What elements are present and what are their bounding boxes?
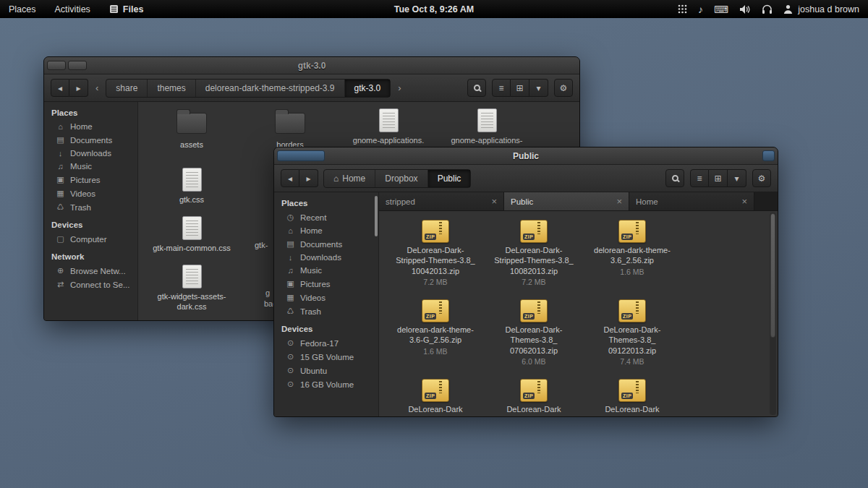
tab-close-icon[interactable]: × — [612, 196, 622, 207]
file-item[interactable]: gtk-main-common.css — [150, 213, 234, 253]
sidebar: Places ◷ Recent ⌂ Home — [274, 192, 379, 416]
file-item[interactable]: delorean-dark-theme- 3.6-G_2.56.zip 1.6 … — [386, 295, 485, 374]
forward-button[interactable]: ▸ — [299, 169, 318, 187]
sidebar-item-label: Pictures — [70, 176, 101, 184]
file-item[interactable]: gtk-widgets-assets- dark.css — [150, 261, 234, 312]
sidebar-item[interactable]: ▣ Pictures — [274, 277, 378, 291]
breadcrumb-item[interactable]: share — [106, 80, 148, 97]
file-item[interactable]: DeLorean-Dark- Themes-3.8_ 07062013.zip … — [485, 295, 583, 374]
sidebar-item[interactable]: ⊙ 16 GB Volume — [274, 377, 378, 391]
list-view-button[interactable]: ≡ — [690, 169, 709, 187]
file-item[interactable]: DeLorean-Dark — [583, 374, 681, 416]
sidebar-item-icon: ▦ — [286, 293, 295, 302]
sidebar-item[interactable]: ▤ Documents — [44, 133, 137, 147]
sidebar-item[interactable]: ▤ Documents — [274, 237, 378, 251]
breadcrumb-scroll-left[interactable]: ‹ — [93, 82, 101, 93]
breadcrumb-item[interactable]: gtk-3.0 — [345, 80, 391, 97]
view-options-button[interactable]: ▾ — [728, 169, 746, 187]
sidebar-item[interactable]: ▢ Computer — [44, 232, 137, 246]
file-item[interactable]: DeLorean-Dark- Themes-3.8_ 09122013.zip … — [583, 295, 681, 374]
sidebar-item-icon: ⌂ — [56, 122, 65, 131]
sidebar-item[interactable]: ⊙ Fedora-17 — [274, 336, 378, 350]
file-item[interactable]: gnome-applications- — [445, 105, 529, 145]
list-view-button[interactable]: ≡ — [492, 79, 511, 97]
search-button[interactable] — [665, 169, 684, 187]
sidebar-item[interactable]: ♫ Music — [274, 264, 378, 277]
back-button[interactable]: ◂ — [281, 169, 299, 187]
zip-file-icon — [618, 299, 646, 322]
breadcrumb-item[interactable]: delorean-dark-theme-stripped-3.9 — [196, 80, 345, 97]
view-options-button[interactable]: ▾ — [529, 79, 548, 97]
window-button[interactable] — [762, 150, 775, 161]
sidebar-item[interactable]: ⊙ 15 GB Volume — [274, 350, 378, 364]
file-name: gnome-applications. — [346, 135, 430, 145]
chevron-down-icon: ▾ — [536, 83, 540, 93]
sidebar-item[interactable]: ◷ Recent — [274, 210, 378, 224]
file-view[interactable]: DeLorean-Dark- Stripped-Themes-3.8_ 1004… — [379, 211, 778, 416]
sidebar-item[interactable]: ↓ Downloads — [274, 251, 378, 264]
sidebar-item[interactable]: ⊙ Ubuntu — [274, 364, 378, 377]
file-item[interactable]: gtk.css — [150, 164, 234, 205]
keyboard-icon[interactable]: ⌨ — [714, 4, 728, 14]
sidebar-item[interactable]: ♫ Music — [44, 160, 137, 173]
tab-close-icon[interactable]: × — [737, 196, 747, 207]
breadcrumb-item[interactable]: ⌂ Home — [324, 170, 375, 187]
volume-icon[interactable] — [739, 4, 751, 14]
sidebar-item[interactable]: ⇄ Connect to Se... — [44, 278, 137, 291]
search-button[interactable] — [467, 79, 486, 97]
sound-menu-icon[interactable]: ♪ — [698, 4, 703, 14]
file-item[interactable]: delorean-dark-theme- 3.6_2.56.zip 1.6 MB — [583, 215, 681, 295]
tab-close-icon[interactable]: × — [487, 196, 497, 207]
file-item[interactable]: DeLorean-Dark- Stripped-Themes-3.8_ 1008… — [485, 215, 583, 295]
sidebar-item-label: Music — [70, 162, 92, 171]
places-menu[interactable]: Places — [9, 4, 36, 14]
chevron-down-icon: ▾ — [734, 174, 739, 184]
file-name: DeLorean-Dark- Stripped-Themes-3.8_ 1008… — [485, 245, 583, 276]
scrollbar-thumb[interactable] — [770, 213, 775, 338]
settings-button[interactable]: ⚙ — [752, 169, 771, 187]
forward-button[interactable]: ▸ — [69, 79, 88, 97]
file-item[interactable]: DeLorean-Dark- Stripped-Themes-3.8_ 1004… — [386, 215, 485, 295]
tab-label: Home — [636, 197, 737, 206]
breadcrumb-item[interactable]: Dropbox — [375, 170, 427, 187]
file-item[interactable]: borders — [248, 105, 332, 150]
sidebar-item-icon: ♺ — [286, 307, 295, 316]
file-item[interactable]: assets — [150, 105, 234, 150]
grid-view-button[interactable]: ⊞ — [511, 79, 529, 97]
sidebar-item[interactable]: ↓ Downloads — [44, 147, 137, 160]
scrollbar[interactable] — [770, 213, 776, 415]
breadcrumb-item[interactable]: Public — [428, 170, 471, 187]
tab[interactable]: stripped × — [379, 192, 504, 210]
back-button[interactable]: ◂ — [51, 79, 69, 97]
file-name: DeLorean-Dark- Themes-3.8_ 09122013.zip — [583, 325, 681, 356]
file-item[interactable]: DeLorean-Dark — [386, 374, 485, 416]
tab[interactable]: Home × — [629, 192, 754, 210]
sidebar-item[interactable]: ▦ Videos — [44, 187, 137, 200]
titlebar[interactable]: Public — [274, 147, 778, 165]
sidebar-scrollbar-thumb[interactable] — [375, 196, 378, 236]
settings-button[interactable]: ⚙ — [554, 79, 573, 97]
file-size: 1.6 MB — [386, 347, 485, 356]
window-title: Public — [513, 151, 539, 161]
user-menu[interactable]: joshua d brown — [783, 4, 859, 14]
file-item[interactable]: DeLorean-Dark — [485, 374, 583, 416]
sidebar-section-header-devices: Devices — [274, 318, 378, 336]
breadcrumb-item[interactable]: themes — [148, 80, 195, 97]
sidebar-item[interactable]: ⊕ Browse Netw... — [44, 264, 137, 278]
apps-grid-icon[interactable] — [678, 4, 687, 14]
breadcrumb-scroll-right[interactable]: › — [396, 82, 403, 93]
sidebar-item[interactable]: ⌂ Home — [44, 120, 137, 133]
sidebar-item[interactable]: ♺ Trash — [44, 200, 137, 214]
file-item[interactable]: gnome-applications. — [346, 105, 430, 145]
sidebar-item[interactable]: ♺ Trash — [274, 304, 378, 318]
sidebar-item[interactable]: ⌂ Home — [274, 224, 378, 237]
activities-button[interactable]: Activities — [55, 4, 90, 14]
app-menu[interactable]: Files — [109, 4, 144, 14]
titlebar[interactable]: gtk-3.0 — [44, 57, 579, 74]
sidebar-item[interactable]: ▣ Pictures — [44, 173, 137, 187]
sidebar-item[interactable]: ▦ Videos — [274, 291, 378, 304]
headphones-icon[interactable] — [762, 4, 773, 14]
nav-buttons: ◂ ▸ — [51, 79, 88, 97]
tab[interactable]: Public × — [504, 192, 629, 210]
grid-view-button[interactable]: ⊞ — [709, 169, 728, 187]
